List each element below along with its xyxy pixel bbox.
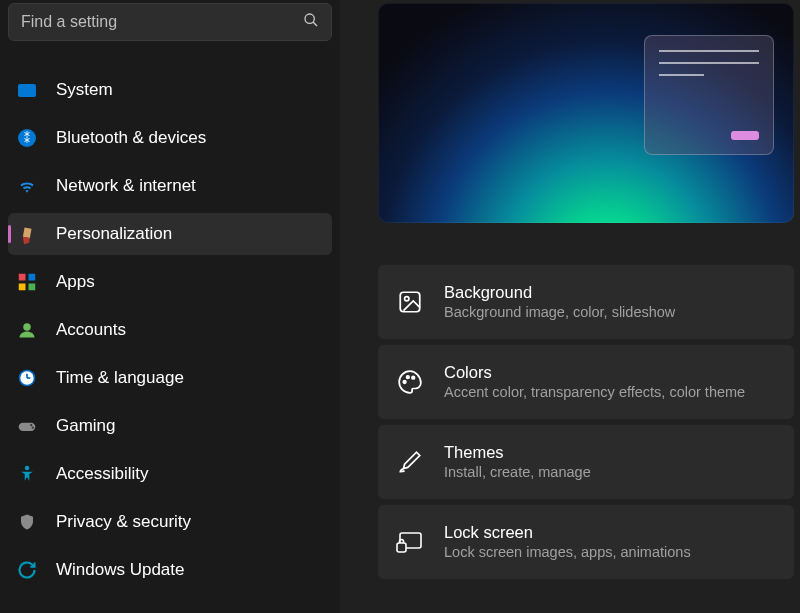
sidebar-item-network[interactable]: Network & internet <box>8 165 332 207</box>
svg-rect-2 <box>19 274 26 281</box>
palette-icon <box>396 368 424 396</box>
svg-rect-5 <box>29 284 36 291</box>
update-icon <box>16 559 38 581</box>
sidebar-item-label: System <box>56 80 113 100</box>
apps-icon <box>16 271 38 293</box>
search-icon <box>303 12 319 32</box>
image-icon <box>396 288 424 316</box>
card-text: Colors Accent color, transparency effect… <box>444 362 745 402</box>
svg-rect-15 <box>400 292 420 312</box>
sidebar-item-label: Personalization <box>56 224 172 244</box>
sidebar-item-update[interactable]: Windows Update <box>8 549 332 591</box>
svg-rect-4 <box>19 284 26 291</box>
card-title: Themes <box>444 442 591 463</box>
sidebar-item-time[interactable]: Time & language <box>8 357 332 399</box>
sidebar-item-label: Bluetooth & devices <box>56 128 206 148</box>
card-title: Background <box>444 282 675 303</box>
svg-line-1 <box>313 22 317 26</box>
wifi-icon <box>16 175 38 197</box>
sidebar-item-privacy[interactable]: Privacy & security <box>8 501 332 543</box>
card-text: Themes Install, create, manage <box>444 442 591 482</box>
card-lockscreen[interactable]: Lock screen Lock screen images, apps, an… <box>378 505 794 579</box>
accessibility-icon <box>16 463 38 485</box>
card-background[interactable]: Background Background image, color, slid… <box>378 265 794 339</box>
sidebar-item-apps[interactable]: Apps <box>8 261 332 303</box>
card-text: Lock screen Lock screen images, apps, an… <box>444 522 691 562</box>
preview-window <box>644 35 774 155</box>
shield-icon <box>16 511 38 533</box>
lockscreen-icon <box>396 528 424 556</box>
svg-point-17 <box>403 381 406 384</box>
svg-point-18 <box>407 376 410 379</box>
card-subtitle: Lock screen images, apps, animations <box>444 543 691 562</box>
card-subtitle: Accent color, transparency effects, colo… <box>444 383 745 402</box>
sidebar-item-label: Apps <box>56 272 95 292</box>
person-icon <box>16 319 38 341</box>
svg-rect-21 <box>397 543 406 552</box>
card-subtitle: Background image, color, slideshow <box>444 303 675 322</box>
card-themes[interactable]: Themes Install, create, manage <box>378 425 794 499</box>
card-text: Background Background image, color, slid… <box>444 282 675 322</box>
preview-line <box>659 62 759 64</box>
preview-line <box>659 74 704 76</box>
brush-icon <box>396 448 424 476</box>
card-title: Lock screen <box>444 522 691 543</box>
svg-point-19 <box>412 376 415 379</box>
svg-point-12 <box>30 424 32 426</box>
sidebar-item-label: Windows Update <box>56 560 185 580</box>
sidebar-item-personalization[interactable]: Personalization <box>8 213 332 255</box>
sidebar: System ⁑ Bluetooth & devices Network & i… <box>0 0 340 613</box>
sidebar-item-gaming[interactable]: Gaming <box>8 405 332 447</box>
svg-point-13 <box>32 427 34 429</box>
preview-line <box>659 50 759 52</box>
card-subtitle: Install, create, manage <box>444 463 591 482</box>
sidebar-item-accessibility[interactable]: Accessibility <box>8 453 332 495</box>
svg-point-0 <box>305 14 314 23</box>
sidebar-item-label: Accounts <box>56 320 126 340</box>
sidebar-item-label: Privacy & security <box>56 512 191 532</box>
system-icon <box>16 79 38 101</box>
search-input[interactable] <box>21 13 303 31</box>
sidebar-item-label: Accessibility <box>56 464 149 484</box>
main-content: Background Background image, color, slid… <box>340 0 800 613</box>
sidebar-item-accounts[interactable]: Accounts <box>8 309 332 351</box>
card-title: Colors <box>444 362 745 383</box>
sidebar-item-label: Gaming <box>56 416 116 436</box>
preview-accent <box>731 131 759 140</box>
card-colors[interactable]: Colors Accent color, transparency effect… <box>378 345 794 419</box>
svg-point-16 <box>405 297 409 301</box>
desktop-preview <box>378 3 794 223</box>
sidebar-item-bluetooth[interactable]: ⁑ Bluetooth & devices <box>8 117 332 159</box>
bluetooth-icon: ⁑ <box>16 127 38 149</box>
sidebar-item-label: Time & language <box>56 368 184 388</box>
svg-rect-3 <box>29 274 36 281</box>
sidebar-item-system[interactable]: System <box>8 69 332 111</box>
svg-point-6 <box>23 323 31 331</box>
gamepad-icon <box>16 415 38 437</box>
paintbrush-icon <box>12 219 43 250</box>
clock-icon <box>16 367 38 389</box>
sidebar-item-label: Network & internet <box>56 176 196 196</box>
svg-point-14 <box>25 466 30 471</box>
search-box[interactable] <box>8 3 332 41</box>
